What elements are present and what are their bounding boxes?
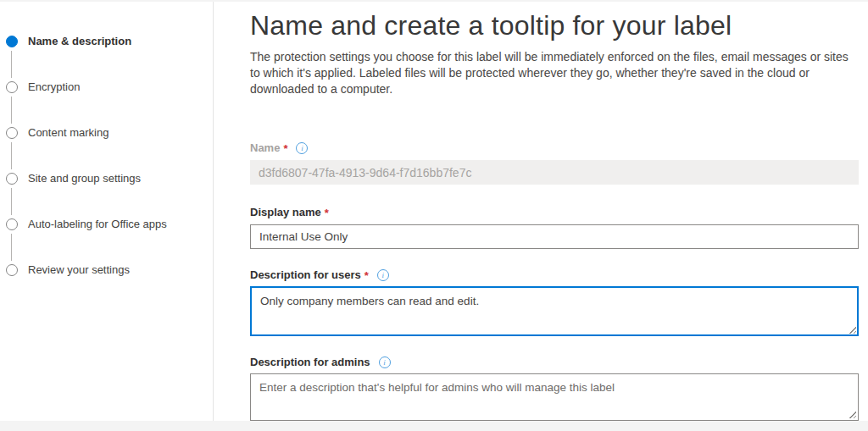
page-description: The protection settings you choose for t… <box>250 49 859 97</box>
page-title: Name and create a tooltip for your label <box>250 10 732 41</box>
info-icon[interactable]: i <box>377 269 389 281</box>
step-auto-labeling[interactable]: Auto-labeling for Office apps <box>0 218 213 230</box>
step-active-circle-icon <box>6 36 18 47</box>
step-label: Auto-labeling for Office apps <box>28 218 167 230</box>
field-group-name: Name * i <box>250 142 859 185</box>
description-users-textarea[interactable]: Only company members can read and edit. <box>250 286 859 336</box>
info-icon[interactable]: i <box>296 142 308 154</box>
field-group-description-admins: Description for admins i <box>250 356 859 421</box>
wizard-step-sidebar: Name & description Encryption Content ma… <box>0 2 214 421</box>
step-label: Review your settings <box>28 264 130 276</box>
step-content-marking[interactable]: Content marking <box>0 127 213 139</box>
step-name-description[interactable]: Name & description <box>0 36 213 47</box>
step-site-group-settings[interactable]: Site and group settings <box>0 173 213 185</box>
required-asterisk: * <box>325 207 329 219</box>
step-circle-icon <box>6 81 18 93</box>
bottom-divider <box>0 421 868 431</box>
required-asterisk: * <box>283 142 287 155</box>
step-circle-icon <box>6 218 18 230</box>
step-circle-icon <box>6 264 18 276</box>
field-group-display-name: Display name * <box>250 207 859 249</box>
field-group-description-users: Description for users * i Only company m… <box>250 269 859 336</box>
step-label: Name & description <box>28 36 131 47</box>
name-field-label: Name <box>250 142 280 154</box>
wizard-content-pane: Name and create a tooltip for your label… <box>250 0 859 431</box>
step-encryption[interactable]: Encryption <box>0 81 213 93</box>
description-admins-field-label: Description for admins <box>250 356 370 368</box>
description-users-field-label: Description for users <box>250 269 361 281</box>
step-circle-icon <box>6 127 18 139</box>
display-name-field-label: Display name <box>250 207 321 218</box>
step-review-settings[interactable]: Review your settings <box>0 264 213 276</box>
name-input <box>250 160 859 185</box>
required-asterisk: * <box>364 269 369 282</box>
info-icon[interactable]: i <box>379 356 391 368</box>
step-label: Encryption <box>28 81 80 93</box>
description-admins-textarea[interactable] <box>250 373 859 421</box>
step-label: Site and group settings <box>28 173 141 185</box>
step-label: Content marking <box>28 127 108 139</box>
display-name-input[interactable] <box>250 224 859 249</box>
step-circle-icon <box>6 173 18 185</box>
